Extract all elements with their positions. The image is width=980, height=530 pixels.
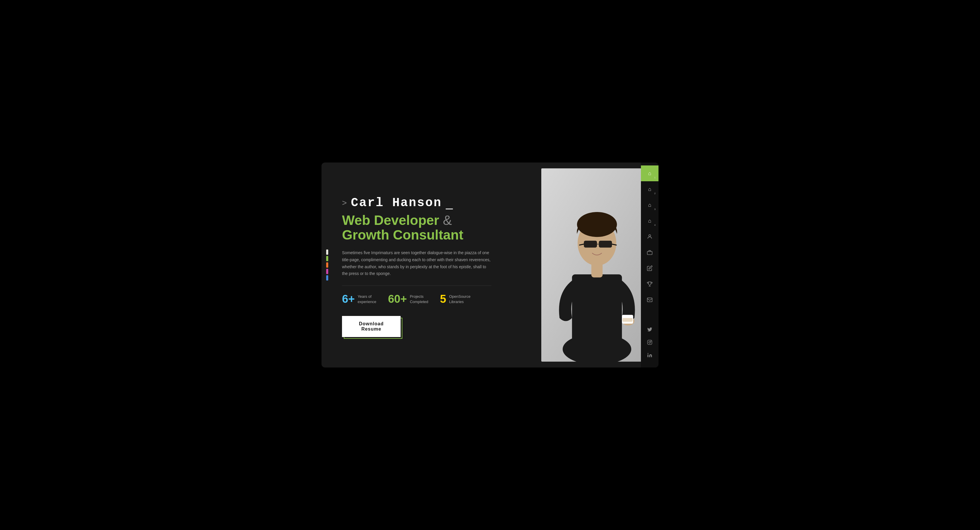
svg-rect-17 [648,298,652,301]
briefcase-icon [647,249,653,255]
svg-point-15 [649,235,651,236]
twitter-link[interactable] [641,323,659,336]
profile-photo-area [541,168,653,362]
photo-placeholder [541,168,653,362]
home-4-icon: ⌂ [648,218,651,224]
title-connector: & [439,213,452,228]
nav-briefcase[interactable] [641,244,659,260]
edit-icon [647,265,653,271]
nav-edit[interactable] [641,260,659,276]
bio-text: Sometimes five Imprimaturs are seen toge… [342,249,492,277]
stat-label-projects: ProjectsCompleted [410,294,428,305]
stat-opensource: 5 OpenSource Libraries [440,293,475,305]
svg-rect-16 [648,252,652,255]
mail-icon [647,297,653,303]
nav-num-4: 4 [654,224,655,226]
svg-point-21 [648,353,649,354]
nav-mail[interactable] [641,292,659,308]
nav-num-1: 1 [654,176,655,179]
stat-number-experience: 6+ [342,293,355,305]
nav-home-4[interactable]: ⌂ 4 [641,213,659,229]
home-1-icon: ⌂ [648,170,651,176]
linkedin-icon [647,352,652,358]
divider [342,286,492,286]
svg-point-9 [577,212,617,237]
hero-name: Carl Hanson [351,196,442,210]
trophy-icon [647,281,653,287]
main-card: > Carl Hanson _ Web Developer & Growth C… [321,162,659,368]
stat-projects: 60+ ProjectsCompleted [388,293,428,305]
stats-row: 6+ Years ofexperience 60+ ProjectsComple… [342,293,524,305]
nav-home-3[interactable]: ⌂ 3 [641,197,659,213]
download-resume-button[interactable]: Download Resume [342,316,401,337]
name-line: > Carl Hanson _ [342,196,524,210]
stat-number-projects: 60+ [388,293,407,305]
svg-point-19 [649,341,651,343]
stat-number-opensource: 5 [440,293,446,305]
cursor-char: _ [446,196,453,210]
nav-trophy[interactable] [641,276,659,292]
title-web-developer: Web Developer [342,213,439,228]
instagram-icon [647,340,652,345]
nav-home-2[interactable]: ⌂ 2 [641,181,659,197]
svg-rect-18 [648,340,652,344]
nav-num-3: 3 [654,208,655,211]
social-section [641,323,659,365]
nav-person[interactable] [641,229,659,244]
instagram-link[interactable] [641,336,659,349]
svg-rect-10 [584,241,597,248]
stat-experience: 6+ Years ofexperience [342,293,376,305]
svg-point-20 [651,341,651,341]
home-2-icon: ⌂ [648,186,651,192]
stat-label-opensource: OpenSource Libraries [449,294,475,305]
title-growth-consultant: Growth Consultant [342,227,463,243]
content-area: > Carl Hanson _ Web Developer & Growth C… [321,162,541,368]
hero-title: Web Developer & Growth Consultant [342,213,524,243]
photo-frame [541,168,653,362]
linkedin-link[interactable] [641,349,659,362]
nav-home-1[interactable]: ⌂ 1 [641,165,659,181]
person-icon [647,234,653,240]
nav-num-2: 2 [654,192,655,195]
right-sidebar: ⌂ 1 ⌂ 2 ⌂ 3 ⌂ 4 [641,162,659,368]
twitter-icon [647,327,652,332]
svg-rect-3 [572,275,622,343]
home-3-icon: ⌂ [648,202,651,208]
svg-rect-11 [599,241,612,248]
chevron-icon: > [342,198,347,208]
svg-rect-6 [622,318,632,322]
stat-label-experience: Years ofexperience [358,294,376,305]
